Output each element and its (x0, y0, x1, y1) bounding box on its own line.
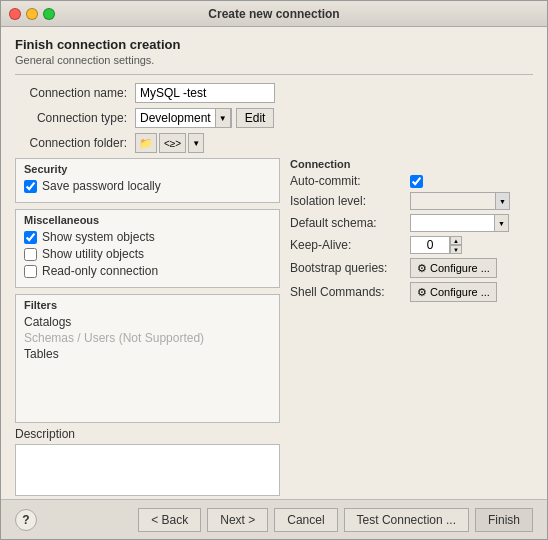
folder-text-button[interactable]: <≥> (159, 133, 186, 153)
connection-name-label: Connection name: (15, 86, 135, 100)
page-title: Finish connection creation (15, 37, 533, 52)
next-button[interactable]: Next > (207, 508, 268, 532)
maximize-button[interactable] (43, 8, 55, 20)
shell-label: Shell Commands: (290, 285, 410, 299)
help-button[interactable]: ? (15, 509, 37, 531)
folder-controls: 📁 <≥> ▼ (135, 133, 204, 153)
isolation-dropdown-arrow[interactable]: ▼ (495, 193, 509, 209)
keepalive-input[interactable] (410, 236, 450, 254)
show-system-checkbox[interactable] (24, 231, 37, 244)
isolation-select[interactable]: ▼ (410, 192, 510, 210)
test-connection-button[interactable]: Test Connection ... (344, 508, 469, 532)
main-area: Security Save password locally Miscellan… (15, 158, 533, 499)
window-title: Create new connection (208, 7, 339, 21)
spinner-up[interactable]: ▲ (450, 236, 462, 245)
readonly-row: Read-only connection (24, 264, 271, 278)
default-schema-label: Default schema: (290, 216, 410, 230)
keepalive-spinner: ▲ ▼ (410, 236, 462, 254)
shell-icon: ⚙ (417, 286, 427, 299)
show-utility-row: Show utility objects (24, 247, 271, 261)
bootstrap-label: Bootstrap queries: (290, 261, 410, 275)
shell-configure-button[interactable]: ⚙ Configure ... (410, 282, 497, 302)
tables-item: Tables (24, 347, 271, 361)
main-window: Create new connection Finish connection … (0, 0, 548, 540)
cancel-button[interactable]: Cancel (274, 508, 337, 532)
footer: ? < Back Next > Cancel Test Connection .… (1, 499, 547, 539)
isolation-row: Isolation level: ▼ (290, 192, 533, 210)
folder-icon-button[interactable]: 📁 (135, 133, 157, 153)
shell-row: Shell Commands: ⚙ Configure ... (290, 282, 533, 302)
content-area: Finish connection creation General conne… (1, 27, 547, 499)
connection-type-value: Development (136, 111, 215, 125)
catalogs-item: Catalogs (24, 315, 271, 329)
description-area: Description (15, 427, 280, 499)
titlebar: Create new connection (1, 1, 547, 27)
connection-type-row: Connection type: Development ▼ Edit (15, 108, 533, 128)
page-subtitle: General connection settings. (15, 54, 533, 66)
default-schema-row: Default schema: ▼ (290, 214, 533, 232)
filters-title: Filters (24, 299, 271, 311)
bootstrap-configure-button[interactable]: ⚙ Configure ... (410, 258, 497, 278)
spinner-buttons: ▲ ▼ (450, 236, 462, 254)
show-utility-checkbox[interactable] (24, 248, 37, 261)
spinner-down[interactable]: ▼ (450, 245, 462, 254)
readonly-label: Read-only connection (42, 264, 158, 278)
connection-folder-label: Connection folder: (15, 136, 135, 150)
description-label: Description (15, 427, 280, 441)
connection-name-input[interactable] (135, 83, 275, 103)
connection-group-title: Connection (290, 158, 533, 170)
save-password-label: Save password locally (42, 179, 161, 193)
show-system-label: Show system objects (42, 230, 155, 244)
close-button[interactable] (9, 8, 21, 20)
connection-type-dropdown[interactable]: ▼ (215, 108, 231, 128)
security-title: Security (24, 163, 271, 175)
divider (15, 74, 533, 75)
show-system-row: Show system objects (24, 230, 271, 244)
minimize-button[interactable] (26, 8, 38, 20)
save-password-checkbox[interactable] (24, 180, 37, 193)
miscellaneous-group: Miscellaneous Show system objects Show u… (15, 209, 280, 288)
back-button[interactable]: < Back (138, 508, 201, 532)
connection-folder-row: Connection folder: 📁 <≥> ▼ (15, 133, 533, 153)
show-utility-label: Show utility objects (42, 247, 144, 261)
default-schema-input[interactable] (410, 214, 495, 232)
autocommit-row: Auto-commit: (290, 174, 533, 188)
filters-group: Filters Catalogs Schemas / Users (Not Su… (15, 294, 280, 423)
edit-button[interactable]: Edit (236, 108, 275, 128)
connection-name-row: Connection name: (15, 83, 533, 103)
left-panel: Security Save password locally Miscellan… (15, 158, 280, 499)
keepalive-label: Keep-Alive: (290, 238, 410, 252)
miscellaneous-title: Miscellaneous (24, 214, 271, 226)
schema-dropdown[interactable]: ▼ (495, 214, 509, 232)
connection-type-wrapper: Development ▼ Edit (135, 108, 274, 128)
finish-button[interactable]: Finish (475, 508, 533, 532)
bootstrap-row: Bootstrap queries: ⚙ Configure ... (290, 258, 533, 278)
readonly-checkbox[interactable] (24, 265, 37, 278)
right-panel: Connection Auto-commit: Isolation level:… (290, 158, 533, 499)
description-textarea[interactable] (15, 444, 280, 496)
configure-icon: ⚙ (417, 262, 427, 275)
save-password-row: Save password locally (24, 179, 271, 193)
window-controls (9, 8, 55, 20)
autocommit-checkbox[interactable] (410, 175, 423, 188)
isolation-label: Isolation level: (290, 194, 410, 208)
schemas-item: Schemas / Users (Not Supported) (24, 331, 271, 345)
autocommit-label: Auto-commit: (290, 174, 410, 188)
security-group: Security Save password locally (15, 158, 280, 203)
connection-type-label: Connection type: (15, 111, 135, 125)
folder-dropdown[interactable]: ▼ (188, 133, 204, 153)
keepalive-row: Keep-Alive: ▲ ▼ (290, 236, 533, 254)
